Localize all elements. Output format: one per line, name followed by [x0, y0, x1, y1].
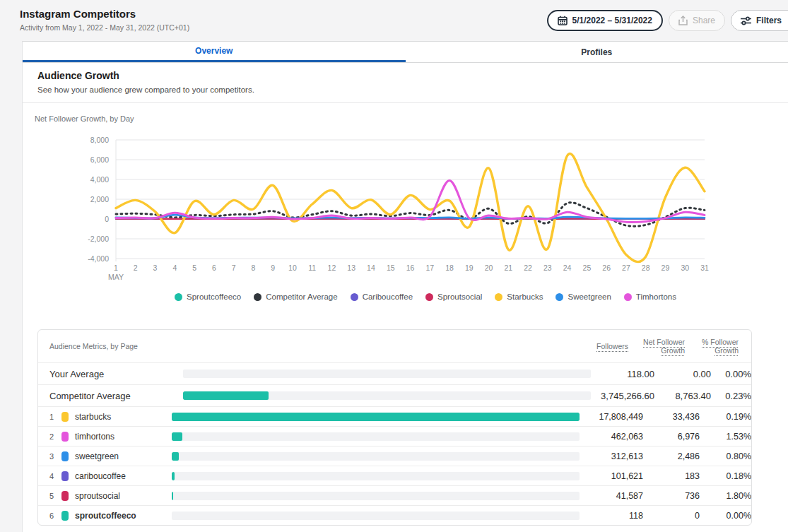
share-label: Share — [693, 16, 715, 25]
profile-color-swatch — [61, 432, 69, 442]
pct-growth-value: 0.00% — [700, 511, 751, 521]
page-subtitle: Activity from May 1, 2022 - May 31, 2022… — [20, 23, 189, 32]
svg-text:22: 22 — [524, 264, 532, 272]
svg-text:0: 0 — [105, 215, 109, 223]
page-title: Instagram Competitors — [20, 8, 189, 20]
svg-text:21: 21 — [504, 264, 512, 272]
net-growth-value: 0 — [643, 511, 700, 521]
profile-color-swatch — [61, 412, 69, 422]
followers-value: 3,745,266.60 — [591, 391, 654, 401]
date-range-label: 5/1/2022 – 5/31/2022 — [572, 16, 652, 25]
legend-item[interactable]: Sproutcoffeeco — [175, 292, 241, 301]
rank: 5 — [49, 492, 55, 500]
column-header-pct-follower-growth[interactable]: % Follower Growth — [685, 338, 739, 355]
line-chart-canvas: 8,0006,0004,0002,0000-2,000-4,0001234567… — [77, 133, 717, 287]
table-row-sproutsocial[interactable]: 5 sproutsocial 41,587 736 1.80% — [38, 485, 751, 505]
table-row-sproutcoffeeco[interactable]: 6 sproutcoffeeco 118 0 0.00% — [38, 505, 751, 525]
net-follower-growth-chart: Net Follower Growth, by Day 8,0006,0004,… — [23, 103, 788, 301]
svg-text:14: 14 — [367, 264, 375, 272]
profile-color-swatch — [61, 471, 69, 481]
profile-color-swatch — [61, 511, 69, 521]
svg-text:3: 3 — [153, 264, 158, 272]
legend-color-dot — [425, 293, 433, 301]
pct-growth-value: 0.19% — [700, 412, 751, 422]
svg-text:29: 29 — [661, 264, 670, 272]
net-growth-value: 736 — [643, 491, 700, 501]
share-button[interactable]: Share — [669, 10, 725, 31]
pct-growth-value: 0.18% — [700, 471, 751, 481]
svg-text:2: 2 — [134, 264, 138, 272]
header-actions: 5/1/2022 – 5/31/2022 Share Filters — [547, 10, 788, 31]
filters-button[interactable]: Filters — [731, 10, 788, 31]
filters-icon — [741, 16, 751, 25]
pct-growth-value: 0.80% — [700, 451, 751, 461]
svg-text:15: 15 — [387, 264, 395, 272]
legend-color-dot — [624, 293, 632, 301]
table-row-starbucks[interactable]: 1 starbucks 17,808,449 33,436 0.19% — [38, 406, 751, 426]
rank: 2 — [49, 432, 55, 441]
legend-item[interactable]: Timhortons — [624, 292, 676, 301]
legend-label: Cariboucoffee — [363, 292, 413, 301]
svg-text:17: 17 — [425, 264, 434, 272]
svg-text:2,000: 2,000 — [90, 195, 109, 203]
rank: 6 — [49, 512, 55, 520]
pct-growth-value: 0.23% — [711, 391, 751, 401]
table-row-sweetgreen[interactable]: 3 sweetgreen 312,613 2,486 0.80% — [38, 446, 751, 466]
pct-growth-value: 0.00% — [711, 369, 751, 379]
date-range-button[interactable]: 5/1/2022 – 5/31/2022 — [547, 10, 663, 31]
rank: 4 — [49, 472, 55, 480]
section-title: Audience Growth — [37, 70, 773, 81]
profile-color-swatch — [61, 491, 69, 501]
followers-bar — [172, 492, 580, 500]
legend-item[interactable]: Cariboucoffee — [351, 292, 413, 301]
legend-color-dot — [555, 293, 563, 301]
followers-value: 41,587 — [580, 491, 643, 501]
svg-text:4: 4 — [172, 264, 177, 272]
legend-color-dot — [495, 293, 502, 301]
table-row-timhortons[interactable]: 2 timhortons 462,063 6,976 1.53% — [38, 426, 751, 446]
legend-item[interactable]: Starbucks — [495, 292, 543, 301]
legend-color-dot — [254, 293, 261, 301]
column-header-followers[interactable]: Followers — [565, 342, 628, 350]
net-growth-value: 33,436 — [643, 412, 700, 422]
legend-label: Starbucks — [507, 292, 543, 301]
svg-text:20: 20 — [485, 264, 493, 272]
table-header-row: Audience Metrics, by Page Followers Net … — [38, 330, 751, 362]
svg-text:13: 13 — [347, 264, 355, 272]
followers-value: 462,063 — [580, 432, 643, 442]
legend-item[interactable]: Sproutsocial — [425, 292, 482, 301]
svg-text:6,000: 6,000 — [90, 155, 109, 164]
tab-overview[interactable]: Overview — [23, 42, 406, 62]
row-label: Competitor Average — [49, 391, 183, 401]
column-header-net-follower-growth[interactable]: Net Follower Growth — [634, 338, 685, 355]
svg-text:31: 31 — [700, 264, 709, 272]
legend-label: Competitor Average — [266, 292, 337, 301]
followers-bar — [172, 512, 580, 520]
tab-profiles[interactable]: Profiles — [406, 42, 788, 62]
svg-text:24: 24 — [563, 264, 572, 272]
profile-name: sproutsocial — [75, 491, 120, 501]
svg-text:10: 10 — [288, 264, 297, 272]
svg-text:7: 7 — [232, 264, 236, 272]
filters-label: Filters — [756, 16, 782, 25]
followers-value: 312,613 — [580, 451, 643, 461]
followers-bar — [172, 432, 580, 441]
legend-color-dot — [351, 293, 358, 301]
svg-text:1: 1 — [114, 264, 118, 272]
svg-text:25: 25 — [583, 264, 592, 272]
net-growth-value: 0.00 — [654, 369, 711, 379]
profile-name: sproutcoffeeco — [75, 511, 136, 521]
legend-item[interactable]: Sweetgreen — [555, 292, 611, 301]
svg-text:8: 8 — [251, 264, 255, 272]
rank: 1 — [49, 413, 55, 421]
net-growth-value: 2,486 — [643, 451, 700, 461]
table-row-your-average[interactable]: Your Average 118.00 0.00 0.00% — [38, 362, 751, 384]
main-content-card: Overview Profiles Audience Growth See ho… — [22, 41, 788, 532]
legend-label: Sproutsocial — [437, 292, 482, 301]
table-row-competitor-average[interactable]: Competitor Average 3,745,266.60 8,763.40… — [38, 384, 751, 406]
net-growth-value: 183 — [643, 471, 700, 481]
chart-title: Net Follower Growth, by Day — [35, 114, 788, 123]
legend-item[interactable]: Competitor Average — [254, 292, 337, 301]
table-row-cariboucoffee[interactable]: 4 cariboucoffee 101,621 183 0.18% — [38, 466, 751, 485]
svg-text:5: 5 — [192, 264, 196, 272]
